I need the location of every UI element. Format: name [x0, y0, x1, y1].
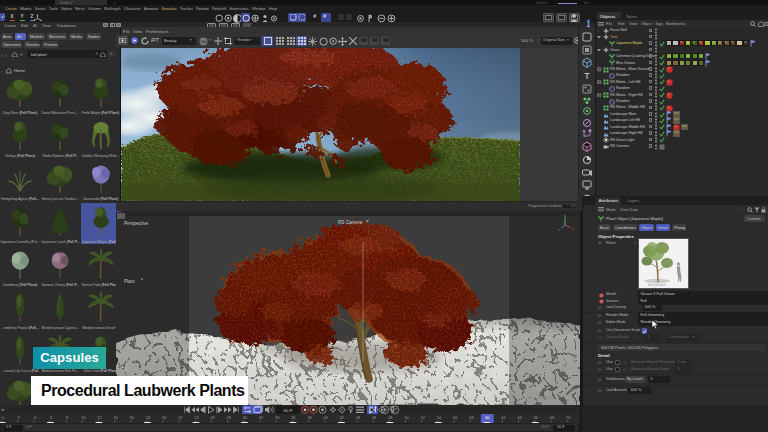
svg-text:y: y [564, 214, 566, 218]
svg-text:6: 6 [50, 416, 52, 420]
svg-text:42: 42 [340, 416, 344, 420]
svg-text:2: 2 [18, 416, 20, 420]
svg-text:500: 500 [201, 40, 207, 44]
svg-text:10: 10 [81, 416, 85, 420]
svg-text:50: 50 [404, 416, 408, 420]
svg-text:T: T [584, 71, 590, 81]
svg-text:Perspective: Perspective [124, 221, 148, 226]
svg-text:70: 70 [566, 416, 570, 420]
svg-text:62: 62 [501, 416, 505, 420]
svg-text:605 cm / frame 1405: 605 cm / frame 1405 [521, 396, 554, 400]
svg-text:36: 36 [291, 416, 295, 420]
svg-text:14: 14 [114, 416, 118, 420]
svg-text:48: 48 [388, 416, 392, 420]
svg-text:Acer palmatum: Acer palmatum [648, 283, 665, 287]
svg-text:x: x [572, 226, 574, 230]
svg-text:8: 8 [66, 416, 68, 420]
svg-text:18: 18 [146, 416, 150, 420]
svg-text:38: 38 [307, 416, 311, 420]
svg-text:20: 20 [162, 416, 166, 420]
svg-text:30: 30 [243, 416, 247, 420]
svg-text:22: 22 [178, 416, 182, 420]
svg-text:68: 68 [550, 416, 554, 420]
svg-text:46: 46 [372, 416, 376, 420]
svg-text:58: 58 [469, 416, 473, 420]
svg-text:16: 16 [130, 416, 134, 420]
svg-text:54: 54 [437, 416, 441, 420]
svg-text:66: 66 [534, 416, 538, 420]
svg-text:52: 52 [421, 416, 425, 420]
svg-text:24: 24 [194, 416, 198, 420]
svg-text:56: 56 [453, 416, 457, 420]
svg-text:z: z [558, 228, 560, 232]
svg-text:64: 64 [518, 416, 522, 420]
svg-text:32: 32 [259, 416, 263, 420]
svg-text:0: 0 [1, 416, 3, 420]
svg-text:44: 44 [356, 416, 360, 420]
svg-text:40: 40 [324, 416, 328, 420]
svg-text:28: 28 [227, 416, 231, 420]
svg-text:RS Camera: RS Camera [338, 220, 362, 225]
svg-text:Plant: Plant [124, 279, 135, 284]
svg-text:60: 60 [485, 416, 489, 420]
svg-text:60 F: 60 F [284, 408, 293, 413]
svg-text:34: 34 [275, 416, 279, 420]
svg-text:12: 12 [97, 416, 101, 420]
svg-text:4: 4 [34, 416, 36, 420]
svg-text:26: 26 [210, 416, 214, 420]
